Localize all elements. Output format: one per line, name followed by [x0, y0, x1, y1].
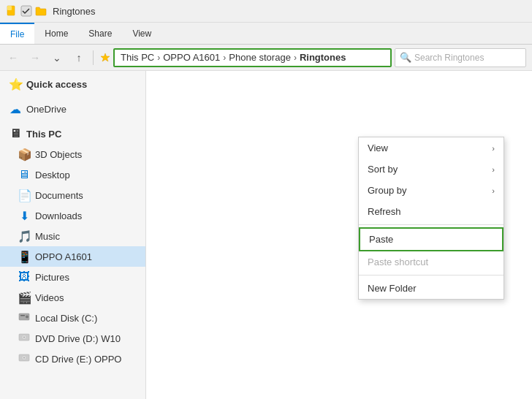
desktop-icon: 🖥 — [18, 168, 31, 181]
window-title: Ringtones — [53, 6, 96, 17]
ctx-item-sort-by[interactable]: Sort by › — [359, 159, 503, 180]
ribbon-tab-home[interactable]: Home — [34, 23, 78, 44]
crumb-phone-storage[interactable]: Phone storage — [229, 52, 291, 63]
ctx-sort-by-label: Sort by — [368, 164, 398, 175]
ctx-item-paste[interactable]: Paste — [359, 227, 503, 251]
ctx-group-by-label: Group by — [368, 185, 406, 196]
address-bar-row: This PC › OPPO A1601 › Phone storage › R… — [97, 48, 529, 67]
toolbar-separator — [93, 50, 94, 65]
window-file-icon — [6, 5, 18, 17]
address-box[interactable]: This PC › OPPO A1601 › Phone storage › R… — [113, 48, 392, 67]
sidebar-quick-access-label: Quick access — [26, 79, 87, 90]
back-button[interactable]: ← — [3, 48, 23, 68]
sidebar-item-quick-access[interactable]: ⭐ Quick access — [0, 74, 145, 94]
crumb-sep-2: › — [223, 53, 226, 63]
cd-drive-e-icon — [18, 352, 31, 366]
crumb-ringtones[interactable]: Ringtones — [300, 52, 346, 63]
oppo-icon: 📱 — [18, 250, 31, 264]
sidebar-pictures-label: Pictures — [35, 272, 69, 283]
ctx-item-paste-shortcut: Paste shortcut — [359, 251, 503, 273]
crumb-this-pc[interactable]: This PC — [121, 52, 154, 63]
window-folder-icon — [35, 5, 47, 17]
up-button[interactable]: ↑ — [69, 48, 89, 68]
sidebar-item-cd-drive-e[interactable]: CD Drive (E:) OPPO — [0, 349, 145, 369]
ctx-item-refresh[interactable]: Refresh — [359, 201, 503, 222]
ribbon-tab-view[interactable]: View — [122, 23, 162, 44]
crumb-oppo[interactable]: OPPO A1601 — [163, 52, 220, 63]
ctx-new-folder-label: New Folder — [368, 283, 416, 294]
local-disk-c-icon — [18, 311, 31, 325]
ctx-refresh-label: Refresh — [368, 206, 401, 217]
sidebar-desktop-label: Desktop — [35, 170, 70, 180]
this-pc-icon: 🖥 — [9, 127, 22, 140]
context-menu: View › Sort by › Group by › Refresh Past… — [358, 137, 504, 300]
ctx-separator-2 — [359, 275, 503, 276]
onedrive-icon: ☁ — [9, 102, 22, 116]
3d-objects-icon: 📦 — [18, 148, 31, 162]
search-icon: 🔍 — [400, 52, 411, 63]
forward-button[interactable]: → — [25, 48, 45, 68]
toolbar: ← → ⌄ ↑ This PC › OPPO A1601 › Phone sto… — [0, 45, 532, 71]
address-star-icon — [100, 53, 110, 63]
window-check-icon — [20, 5, 32, 17]
svg-point-12 — [23, 357, 25, 359]
ctx-group-by-arrow: › — [492, 186, 495, 195]
ctx-view-arrow: › — [492, 144, 495, 153]
quick-access-icon: ⭐ — [9, 77, 22, 91]
sidebar-item-dvd-drive-d[interactable]: DVD Drive (D:) W10 — [0, 328, 145, 349]
ctx-sort-by-arrow: › — [492, 165, 495, 174]
ctx-paste-shortcut-label: Paste shortcut — [368, 256, 428, 267]
documents-icon: 📄 — [18, 189, 31, 202]
sidebar-item-documents[interactable]: 📄 Documents — [0, 185, 145, 205]
sidebar-item-this-pc[interactable]: 🖥 This PC — [0, 123, 145, 144]
sidebar-item-downloads[interactable]: ⬇ Downloads — [0, 205, 145, 226]
sidebar-item-music[interactable]: 🎵 Music — [0, 226, 145, 246]
search-box[interactable]: 🔍 Search Ringtones — [395, 48, 526, 67]
svg-rect-6 — [20, 315, 25, 316]
sidebar-item-onedrive[interactable]: ☁ OneDrive — [0, 99, 145, 119]
window-controls — [6, 5, 47, 17]
sidebar-item-videos[interactable]: 🎬 Videos — [0, 287, 145, 308]
ctx-separator-1 — [359, 224, 503, 225]
dvd-drive-d-icon — [18, 331, 31, 346]
sidebar-onedrive-label: OneDrive — [26, 104, 66, 115]
title-bar: Ringtones — [0, 0, 532, 23]
sidebar-item-desktop[interactable]: 🖥 Desktop — [0, 164, 145, 185]
videos-icon: 🎬 — [18, 291, 31, 305]
sidebar: ⭐ Quick access ☁ OneDrive 🖥 This PC 📦 3D… — [0, 71, 146, 399]
ctx-view-label: View — [368, 142, 388, 153]
svg-point-9 — [23, 337, 25, 338]
sidebar-music-label: Music — [35, 231, 60, 242]
sidebar-item-oppo-a1601[interactable]: 📱 OPPO A1601 — [0, 246, 145, 267]
ribbon: File Home Share View — [0, 23, 532, 45]
svg-rect-1 — [7, 6, 12, 10]
sidebar-item-local-disk-c[interactable]: Local Disk (C:) — [0, 308, 145, 328]
ctx-item-new-folder[interactable]: New Folder — [359, 278, 503, 299]
ribbon-tab-file[interactable]: File — [0, 23, 34, 44]
ctx-paste-label: Paste — [369, 234, 393, 245]
sidebar-local-disk-c-label: Local Disk (C:) — [35, 313, 97, 324]
main-layout: ⭐ Quick access ☁ OneDrive 🖥 This PC 📦 3D… — [0, 71, 532, 399]
ctx-item-group-by[interactable]: Group by › — [359, 180, 503, 201]
search-placeholder: Search Ringtones — [414, 53, 484, 63]
sidebar-dvd-drive-d-label: DVD Drive (D:) W10 — [35, 333, 121, 344]
svg-point-5 — [26, 316, 28, 319]
sidebar-videos-label: Videos — [35, 292, 64, 303]
sidebar-oppo-label: OPPO A1601 — [35, 251, 92, 262]
sidebar-item-3d-objects[interactable]: 📦 3D Objects — [0, 144, 145, 164]
crumb-sep-3: › — [294, 53, 297, 63]
pictures-icon: 🖼 — [18, 270, 31, 284]
sidebar-downloads-label: Downloads — [35, 210, 82, 221]
ctx-item-view[interactable]: View › — [359, 137, 503, 159]
sidebar-cd-drive-e-label: CD Drive (E:) OPPO — [35, 354, 121, 365]
sidebar-3d-objects-label: 3D Objects — [35, 149, 82, 160]
crumb-sep-1: › — [157, 53, 160, 63]
sidebar-item-pictures[interactable]: 🖼 Pictures — [0, 267, 145, 287]
recent-locations-button[interactable]: ⌄ — [47, 48, 67, 68]
sidebar-this-pc-label: This PC — [26, 129, 61, 140]
ribbon-tab-share[interactable]: Share — [78, 23, 122, 44]
downloads-icon: ⬇ — [18, 209, 31, 223]
content-area[interactable]: View › Sort by › Group by › Refresh Past… — [146, 71, 532, 399]
music-icon: 🎵 — [18, 229, 31, 243]
sidebar-documents-label: Documents — [35, 190, 83, 201]
